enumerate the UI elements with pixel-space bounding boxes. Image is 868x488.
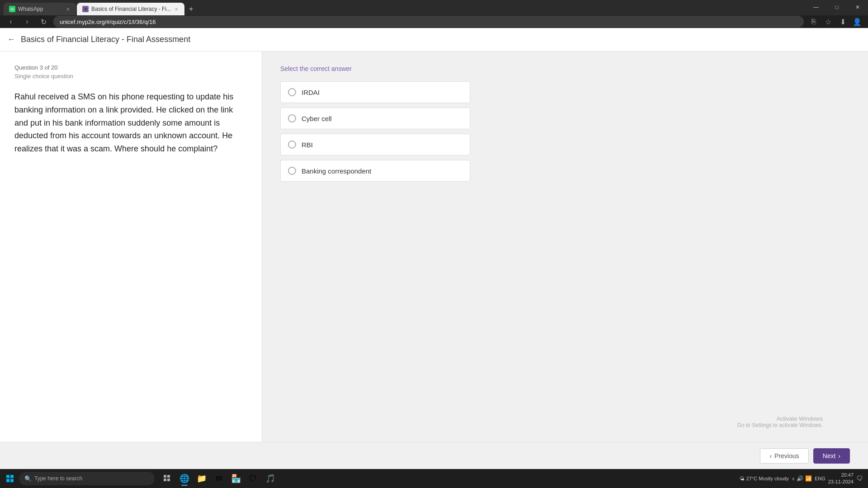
option-banking[interactable]: Banking correspondent	[280, 160, 470, 182]
next-chevron-icon: ›	[838, 452, 840, 460]
option-irdai-label: IRDAI	[302, 89, 320, 96]
radio-irdai[interactable]	[288, 88, 296, 96]
tray-network-icon[interactable]: 🔊	[797, 475, 803, 482]
radio-banking[interactable]	[288, 167, 296, 175]
system-tray: ∧ 🔊 📶	[792, 475, 812, 482]
tab-whatsapp-close[interactable]: ✕	[65, 6, 71, 13]
forward-nav-button[interactable]: ›	[21, 15, 33, 28]
clock[interactable]: 20:47 23-11-2024	[828, 472, 854, 486]
radio-cyber[interactable]	[288, 114, 296, 122]
svg-rect-1	[10, 475, 14, 478]
taskbar-search-icon: 🔍	[24, 475, 32, 482]
taskbar-search-text: Type here to search	[34, 475, 82, 482]
weather-text: 27°C Mostly cloudy	[746, 476, 789, 481]
favorites-button[interactable]: ☆	[822, 15, 835, 28]
activate-windows-title: Activate Windows	[280, 415, 823, 422]
previous-label: Previous	[774, 452, 799, 460]
reload-button[interactable]: ↻	[37, 15, 50, 28]
music-icon: 🎵	[265, 474, 275, 483]
mail-icon: ✉	[216, 474, 222, 483]
clock-time: 20:47	[828, 472, 854, 479]
radio-rbi[interactable]	[288, 141, 296, 149]
whatsapp-favicon: W	[9, 6, 15, 12]
download-button[interactable]: ⬇	[836, 15, 849, 28]
svg-rect-4	[164, 475, 166, 478]
taskbar-music[interactable]: 🎵	[262, 470, 278, 487]
taskbar-security[interactable]: 🛡	[245, 470, 261, 487]
tab-quiz-title: Basics of Financial Literacy - Fi...	[91, 6, 171, 12]
previous-button[interactable]: ‹ Previous	[760, 448, 808, 464]
taskbar-edge[interactable]: 🌐	[176, 470, 193, 487]
option-banking-label: Banking correspondent	[302, 167, 371, 175]
tray-up-icon[interactable]: ∧	[792, 476, 795, 481]
tray-volume-icon[interactable]: 📶	[805, 475, 812, 482]
security-icon: 🛡	[249, 474, 257, 483]
close-button[interactable]: ✕	[847, 0, 868, 14]
question-type: Single choice question	[14, 73, 247, 80]
quiz-favicon: 🎓	[82, 6, 89, 12]
svg-rect-6	[164, 479, 166, 481]
taskbar-search[interactable]: 🔍 Type here to search	[19, 472, 155, 485]
start-button[interactable]	[2, 470, 18, 487]
task-view-icon	[164, 475, 171, 482]
previous-chevron-icon: ‹	[769, 452, 772, 460]
taskbar-apps: 🌐 📁 ✉ 🏪 🛡 🎵	[159, 470, 278, 487]
svg-rect-5	[167, 475, 170, 478]
profile-button[interactable]: 👤	[851, 15, 863, 28]
window-controls: — □ ✕	[806, 0, 868, 14]
option-cyber[interactable]: Cyber cell	[280, 108, 470, 129]
select-instruction: Select the correct answer	[280, 65, 850, 72]
taskbar-mail[interactable]: ✉	[211, 470, 227, 487]
weather-icon: 🌤	[740, 476, 745, 481]
back-nav-button[interactable]: ‹	[5, 15, 17, 28]
tab-whatsapp[interactable]: W WhatsApp ✕	[4, 3, 76, 15]
address-bar: ‹ › ↻ ⎘ ☆ ⬇ 👤	[0, 15, 868, 28]
option-rbi-label: RBI	[302, 141, 313, 149]
bottom-bar: ‹ Previous Next ›	[0, 442, 868, 469]
task-view-button[interactable]	[159, 470, 175, 487]
svg-rect-3	[10, 479, 14, 482]
content-area: Question 3 of 20 Single choice question …	[0, 52, 868, 442]
option-cyber-label: Cyber cell	[302, 115, 332, 122]
notification-button[interactable]: 🗨	[856, 475, 863, 482]
tab-whatsapp-title: WhatsApp	[18, 6, 62, 12]
clock-date: 23-11-2024	[828, 479, 854, 485]
page-back-button[interactable]: ←	[7, 35, 15, 44]
windows-logo-icon	[6, 475, 14, 482]
taskbar-explorer[interactable]: 📁	[193, 470, 210, 487]
main-wrapper: ← Basics of Financial Literacy - Final A…	[0, 28, 868, 469]
taskbar: 🔍 Type here to search 🌐 📁 ✉	[0, 469, 868, 488]
activate-windows-subtitle: Go to Settings to activate Windows.	[280, 422, 823, 428]
question-text: Rahul received a SMS on his phone reques…	[14, 90, 247, 155]
activate-windows-notice: Activate Windows Go to Settings to activ…	[280, 397, 850, 428]
lang-indicator: ENG	[815, 476, 826, 481]
tab-quiz-close[interactable]: ✕	[174, 6, 179, 13]
edge-icon: 🌐	[179, 474, 189, 483]
options-list: IRDAI Cyber cell RBI Banking corresponde…	[280, 81, 470, 182]
right-panel: Select the correct answer IRDAI Cyber ce…	[262, 52, 868, 442]
page-header: ← Basics of Financial Literacy - Final A…	[0, 28, 868, 52]
tab-quiz[interactable]: 🎓 Basics of Financial Literacy - Fi... ✕	[77, 3, 184, 15]
screen-cast-button[interactable]: ⎘	[807, 15, 820, 28]
store-icon: 🏪	[231, 474, 241, 483]
option-irdai[interactable]: IRDAI	[280, 81, 470, 103]
new-tab-button[interactable]: +	[185, 3, 197, 15]
option-rbi[interactable]: RBI	[280, 134, 470, 155]
page-title: Basics of Financial Literacy - Final Ass…	[21, 35, 190, 44]
weather-info[interactable]: 🌤 27°C Mostly cloudy	[740, 476, 789, 481]
next-button[interactable]: Next ›	[813, 448, 850, 464]
svg-rect-0	[6, 475, 9, 478]
tab-bar: — □ ✕ W WhatsApp ✕ 🎓 Basics of Financial…	[0, 0, 868, 15]
svg-rect-2	[6, 479, 9, 482]
url-bar[interactable]	[53, 16, 804, 28]
next-label: Next	[823, 452, 836, 460]
svg-rect-7	[167, 479, 170, 481]
browser-chrome: — □ ✕ W WhatsApp ✕ 🎓 Basics of Financial…	[0, 0, 868, 28]
question-number: Question 3 of 20	[14, 64, 247, 71]
taskbar-store[interactable]: 🏪	[228, 470, 244, 487]
explorer-icon: 📁	[197, 474, 207, 483]
browser-actions: ⎘ ☆ ⬇ 👤	[807, 15, 863, 28]
taskbar-right: 🌤 27°C Mostly cloudy ∧ 🔊 📶 ENG 20:47 23-…	[740, 472, 866, 486]
minimize-button[interactable]: —	[806, 0, 826, 14]
maximize-button[interactable]: □	[826, 0, 847, 14]
